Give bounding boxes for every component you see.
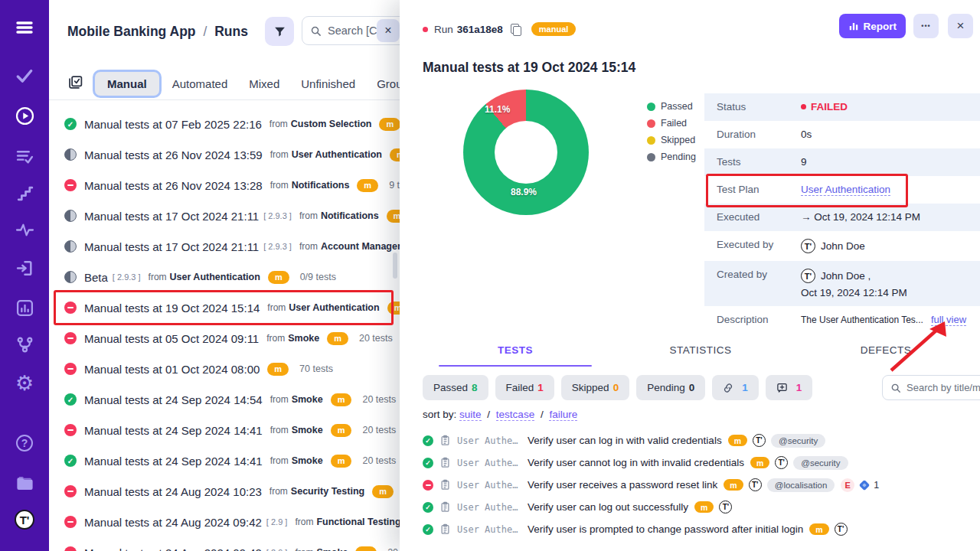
profile-avatar[interactable]: T' [0, 510, 49, 530]
import-icon[interactable] [0, 259, 49, 278]
run-list-item[interactable]: Manual tests at 24 Aug 2024 09:42 [ 2.9 … [49, 507, 400, 537]
bulk-select-icon[interactable] [67, 74, 83, 93]
test-row[interactable]: User Authe… Verify user can log out succ… [423, 496, 980, 518]
more-actions-button[interactable]: ••• [913, 14, 939, 38]
suite-name: User Authe… [457, 435, 528, 446]
sort-by-suite-link[interactable]: suite [459, 409, 482, 421]
comment-plus-icon [776, 382, 788, 393]
run-list-item[interactable]: Manual tests at 24 Aug 2024 10:23 fromSe… [49, 476, 400, 507]
error-badge[interactable]: E [841, 478, 854, 492]
run-count: 70 tests [299, 364, 333, 374]
test-row[interactable]: User Authe… Verify user cannot log in wi… [423, 452, 980, 474]
run-count: 20 tests [362, 455, 396, 466]
chip-skipped[interactable]: Skipped0 [561, 375, 629, 400]
run-title: Manual tests at 19 Oct 2024 15:14 [84, 302, 260, 315]
failed-status-icon [423, 480, 433, 491]
run-version: [ 2.9.3 ] [263, 211, 292, 220]
run-list-item[interactable]: Manual tests at 24 Sep 2024 14:41 fromSm… [49, 445, 400, 476]
user-avatar-icon: T' [753, 434, 766, 447]
test-row[interactable]: User Authe… Verify user receives a passw… [423, 474, 980, 496]
help-icon[interactable]: ? [0, 435, 49, 452]
clear-search-icon[interactable]: × [377, 19, 400, 42]
run-list-item[interactable]: Manual tests at 17 Oct 2024 21:11 [ 2.9.… [49, 231, 400, 262]
tab-tests[interactable]: TESTS [423, 344, 608, 367]
run-list-item[interactable]: Manual tests at 05 Oct 2024 09:11 fromSm… [49, 323, 400, 354]
tests-check-icon[interactable] [0, 66, 49, 86]
run-title: Beta [84, 271, 108, 284]
full-view-link[interactable]: full view [931, 314, 966, 326]
test-row[interactable]: User Authe… Verify user is prompted to c… [423, 518, 980, 540]
chip-linked[interactable]: 1 [712, 375, 759, 400]
tests-search[interactable] [882, 375, 980, 400]
link-icon [723, 383, 733, 393]
tab-mixed[interactable]: Mixed [238, 77, 290, 90]
list-scrollbar[interactable] [393, 253, 397, 279]
tab-groups[interactable]: Groups [366, 77, 400, 90]
field-row-tests: Tests 9 [704, 148, 980, 176]
run-list-item[interactable]: Manual tests at 26 Nov 2024 13:59 fromUs… [49, 139, 400, 170]
manual-badge: m [355, 546, 377, 551]
failed-status-icon [64, 516, 77, 528]
tab-statistics[interactable]: STATISTICS [608, 344, 793, 367]
tab-unfinished[interactable]: Unfinished [290, 77, 366, 90]
passed-status-icon [423, 502, 433, 513]
passed-slice-label: 88.9% [511, 187, 537, 197]
field-row-description: Description The User Authentication Tes.… [704, 306, 980, 334]
test-title: Verify user is prompted to change passwo… [528, 523, 803, 535]
failed-status-icon [64, 302, 77, 314]
tab-defects[interactable]: DEFECTS [793, 344, 978, 367]
testcase-icon [439, 435, 451, 446]
run-count: 0/9 tests [300, 272, 336, 282]
test-tag: @localisation [767, 478, 835, 492]
run-list-item[interactable]: Manual tests at 24 Aug 2024 09:42 [ 2.9 … [49, 537, 400, 551]
test-row[interactable]: User Authe… Verify user can log in with … [423, 429, 980, 452]
detail-tabs: TESTS STATISTICS DEFECTS [423, 344, 980, 367]
test-plan-link[interactable]: User Authentication [801, 184, 890, 196]
chip-passed[interactable]: Passed8 [423, 375, 488, 400]
run-list-item[interactable]: Manual tests at 26 Nov 2024 13:28 fromNo… [49, 170, 400, 201]
run-list-item-selected[interactable]: Manual tests at 19 Oct 2024 15:14 fromUs… [49, 292, 400, 323]
sort-by-failure-link[interactable]: failure [549, 409, 577, 421]
breadcrumb-project[interactable]: Mobile Banking App [67, 24, 196, 39]
projects-folder-icon[interactable] [0, 473, 49, 494]
failed-status-icon [64, 424, 77, 436]
report-button[interactable]: Report [839, 14, 906, 38]
run-list-item[interactable]: Manual tests at 24 Sep 2024 14:54 fromSm… [49, 384, 400, 415]
tests-search-input[interactable] [906, 382, 980, 393]
run-version: [ 2.9.3 ] [263, 242, 292, 251]
run-list-item[interactable]: Manual tests at 24 Sep 2024 14:41 fromSm… [49, 415, 400, 445]
close-panel-button[interactable]: × [948, 14, 973, 38]
filter-button[interactable]: 1 [265, 17, 294, 46]
run-list-item[interactable]: Beta [ 2.9.3 ] fromUser Authentication m… [49, 262, 400, 292]
copy-icon[interactable] [511, 24, 521, 35]
tab-manual[interactable]: Manual [93, 70, 162, 98]
chip-failed[interactable]: Failed1 [495, 375, 554, 400]
run-source: Notifications [321, 210, 379, 221]
sort-by-testcase-link[interactable]: testcase [496, 409, 534, 421]
failed-dot-icon [423, 27, 428, 32]
bar-chart-icon [848, 21, 859, 31]
run-list-item[interactable]: Manual tests at 07 Feb 2025 22:16 fromCu… [49, 109, 400, 139]
settings-gear-icon[interactable]: ⚙ [0, 373, 49, 394]
analytics-icon[interactable] [0, 298, 49, 318]
chip-pending[interactable]: Pending0 [636, 375, 705, 400]
branch-icon[interactable] [0, 335, 49, 354]
steps-icon[interactable] [0, 184, 49, 203]
menu-icon[interactable] [0, 18, 49, 37]
run-list-item[interactable]: Manual tests at 17 Oct 2024 21:11 [ 2.9.… [49, 201, 400, 231]
issue-diamond-icon[interactable] [859, 479, 870, 490]
run-version: [ 2.9.3 ] [113, 272, 141, 282]
runs-play-icon[interactable] [0, 106, 49, 126]
manual-badge: m [728, 435, 747, 446]
test-plans-icon[interactable] [0, 147, 49, 166]
run-id: 361a18e8 [457, 24, 503, 35]
run-list-item[interactable]: Manual tests at 01 Oct 2024 08:00 m 70 t… [49, 354, 400, 384]
field-row-executed: Executed → Oct 19, 2024 12:14 PM [704, 204, 980, 231]
run-count: 20 tests [359, 333, 393, 344]
chip-comments[interactable]: 1 [766, 375, 813, 400]
tab-automated[interactable]: Automated [162, 77, 239, 90]
pulse-icon[interactable] [0, 220, 49, 240]
manual-badge: m [372, 485, 394, 498]
run-source: Notifications [292, 180, 350, 191]
run-title: Manual tests at 24 Sep 2024 14:41 [84, 455, 263, 468]
